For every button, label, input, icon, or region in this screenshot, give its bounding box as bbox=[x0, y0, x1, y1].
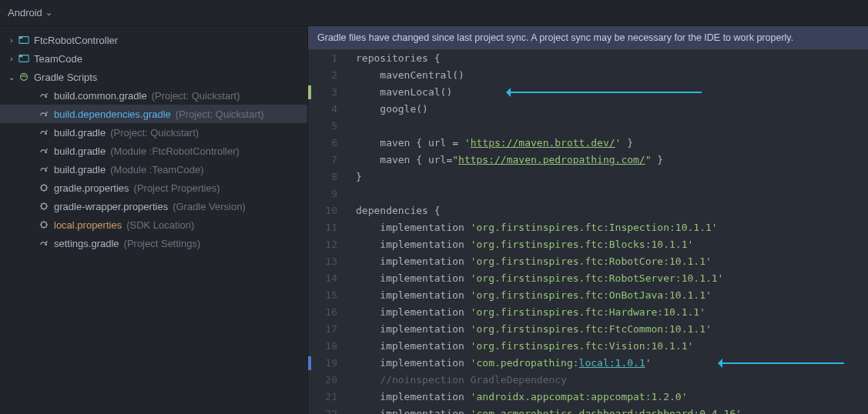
svg-point-13 bbox=[45, 243, 47, 245]
line-number: 1 bbox=[308, 50, 337, 67]
line-number: 10 bbox=[308, 202, 337, 219]
code-line[interactable]: implementation 'org.firstinspires.ftc:Bl… bbox=[356, 236, 868, 253]
tree-item-hint: (Gradle Version) bbox=[173, 201, 246, 212]
tree-item-build-common-gradle[interactable]: build.common.gradle(Project: Quickstart) bbox=[0, 86, 307, 105]
tree-item-build-gradle[interactable]: build.gradle(Project: Quickstart) bbox=[0, 123, 307, 142]
tree-item-label: build.gradle bbox=[54, 145, 106, 157]
code-line[interactable]: repositories { bbox=[356, 50, 868, 67]
code-line[interactable]: implementation 'org.firstinspires.ftc:Ro… bbox=[356, 253, 868, 270]
code-editor[interactable]: 1234567891011121314151617181920212223 re… bbox=[308, 50, 868, 414]
chevron-down-icon: ⌄ bbox=[45, 8, 52, 18]
chevron-icon[interactable]: ⌄ bbox=[6, 73, 17, 82]
gradle-icon bbox=[37, 164, 51, 175]
code-line[interactable]: maven { url = 'https://maven.brott.dev/'… bbox=[356, 135, 868, 152]
line-number: 16 bbox=[308, 304, 337, 321]
chevron-icon[interactable]: › bbox=[6, 36, 17, 45]
project-selector[interactable]: Android ⌄ bbox=[8, 7, 52, 18]
code-line[interactable]: maven { url="https://maven.pedropathing.… bbox=[356, 152, 868, 169]
gradle-icon bbox=[37, 127, 51, 138]
chevron-icon[interactable]: › bbox=[6, 55, 17, 63]
code-line[interactable] bbox=[356, 185, 868, 202]
tree-item-local-properties[interactable]: local.properties(SDK Location) bbox=[0, 215, 307, 234]
code-content[interactable]: repositories { mavenCentral() mavenLocal… bbox=[351, 50, 868, 414]
props-icon bbox=[37, 219, 51, 230]
code-line[interactable]: implementation 'org.firstinspires.ftc:Ft… bbox=[356, 321, 868, 338]
tree-item-label: build.gradle bbox=[54, 164, 106, 175]
tree-item-hint: (Module :FtcRobotController) bbox=[110, 145, 240, 157]
line-number: 9 bbox=[308, 185, 337, 202]
line-number: 6 bbox=[308, 135, 337, 152]
tree-item-build-gradle[interactable]: build.gradle(Module :FtcRobotController) bbox=[0, 142, 307, 160]
code-line[interactable]: } bbox=[356, 169, 868, 185]
project-tree[interactable]: ›FtcRobotController›TeamCode⌄Gradle Scri… bbox=[0, 26, 308, 414]
code-line[interactable]: implementation 'org.firstinspires.ftc:Ha… bbox=[356, 304, 868, 321]
editor-pane: Gradle files have changed since last pro… bbox=[308, 26, 868, 414]
gradle-sync-banner[interactable]: Gradle files have changed since last pro… bbox=[308, 26, 868, 50]
props-icon bbox=[37, 201, 51, 212]
code-line[interactable]: implementation 'com.acmerobotics.dashboa… bbox=[356, 406, 868, 414]
annotation-arrow bbox=[509, 92, 702, 93]
header-bar: Android ⌄ bbox=[0, 0, 868, 26]
code-line[interactable]: //noinspection GradleDependency bbox=[356, 372, 868, 389]
line-number: 13 bbox=[308, 253, 337, 270]
tree-item-settings-gradle[interactable]: settings.gradle(Project Settings) bbox=[0, 234, 307, 252]
tree-item-label: local.properties bbox=[54, 219, 122, 231]
tree-item-label: build.dependencies.gradle bbox=[54, 109, 171, 120]
line-gutter: 1234567891011121314151617181920212223 bbox=[308, 50, 351, 414]
line-number: 8 bbox=[308, 169, 337, 185]
project-selector-label: Android bbox=[8, 7, 42, 18]
line-number: 21 bbox=[308, 389, 337, 406]
line-number: 18 bbox=[308, 338, 337, 355]
line-number: 2 bbox=[308, 67, 337, 84]
props-icon bbox=[37, 182, 51, 193]
line-number: 22 bbox=[308, 406, 337, 414]
tree-item-label: FtcRobotController bbox=[34, 35, 118, 46]
line-number: 20 bbox=[308, 372, 337, 389]
line-number: 7 bbox=[308, 152, 337, 169]
code-line[interactable]: implementation 'androidx.appcompat:appco… bbox=[356, 389, 868, 406]
tree-item-teamcode[interactable]: ›TeamCode bbox=[0, 49, 307, 68]
svg-point-9 bbox=[45, 169, 47, 172]
tree-item-hint: (Project: Quickstart) bbox=[176, 109, 264, 120]
svg-point-8 bbox=[45, 151, 47, 153]
line-number: 17 bbox=[308, 321, 337, 338]
svg-point-6 bbox=[45, 114, 47, 116]
tree-item-label: settings.gradle bbox=[54, 238, 119, 249]
code-line[interactable] bbox=[356, 118, 868, 135]
line-number: 4 bbox=[308, 101, 337, 118]
tree-item-label: build.gradle bbox=[54, 127, 106, 139]
tree-item-label: build.common.gradle bbox=[54, 90, 147, 102]
tree-item-label: TeamCode bbox=[34, 53, 82, 65]
code-line[interactable]: implementation 'org.firstinspires.ftc:Ro… bbox=[356, 270, 868, 287]
line-number: 14 bbox=[308, 270, 337, 287]
line-number: 3 bbox=[308, 84, 337, 101]
svg-point-7 bbox=[45, 132, 47, 135]
svg-rect-3 bbox=[19, 55, 22, 58]
tree-item-gradle-wrapper-properties[interactable]: gradle-wrapper.properties(Gradle Version… bbox=[0, 197, 307, 215]
tree-item-gradle-properties[interactable]: gradle.properties(Project Properties) bbox=[0, 179, 307, 197]
tree-item-hint: (Project: Quickstart) bbox=[152, 90, 240, 102]
tree-item-gradle-scripts[interactable]: ⌄Gradle Scripts bbox=[0, 68, 307, 86]
code-line[interactable]: implementation 'org.firstinspires.ftc:In… bbox=[356, 219, 868, 236]
code-line[interactable]: implementation 'org.firstinspires.ftc:Vi… bbox=[356, 338, 868, 355]
code-line[interactable]: implementation 'org.firstinspires.ftc:On… bbox=[356, 287, 868, 304]
tree-item-hint: (Project Properties) bbox=[134, 182, 220, 194]
line-number: 15 bbox=[308, 287, 337, 304]
gradle-icon bbox=[37, 90, 51, 101]
tree-item-label: gradle.properties bbox=[54, 182, 129, 194]
tree-item-build-dependencies-gradle[interactable]: build.dependencies.gradle(Project: Quick… bbox=[0, 105, 307, 123]
module-icon bbox=[17, 53, 31, 64]
tree-item-hint: (Project Settings) bbox=[124, 238, 201, 249]
tree-item-ftcrobotcontroller[interactable]: ›FtcRobotController bbox=[0, 31, 307, 49]
tree-item-label: Gradle Scripts bbox=[34, 72, 97, 83]
svg-point-5 bbox=[45, 95, 47, 98]
tree-item-build-gradle[interactable]: build.gradle(Module :TeamCode) bbox=[0, 160, 307, 179]
code-line[interactable]: dependencies { bbox=[356, 202, 868, 219]
tree-item-hint: (Project: Quickstart) bbox=[110, 127, 199, 139]
code-line[interactable]: mavenCentral() bbox=[356, 67, 868, 84]
code-line[interactable]: google() bbox=[356, 101, 868, 118]
gradle-icon bbox=[37, 145, 51, 156]
gradle-icon bbox=[37, 238, 51, 249]
gradle-icon bbox=[37, 109, 51, 119]
line-number: 11 bbox=[308, 219, 337, 236]
